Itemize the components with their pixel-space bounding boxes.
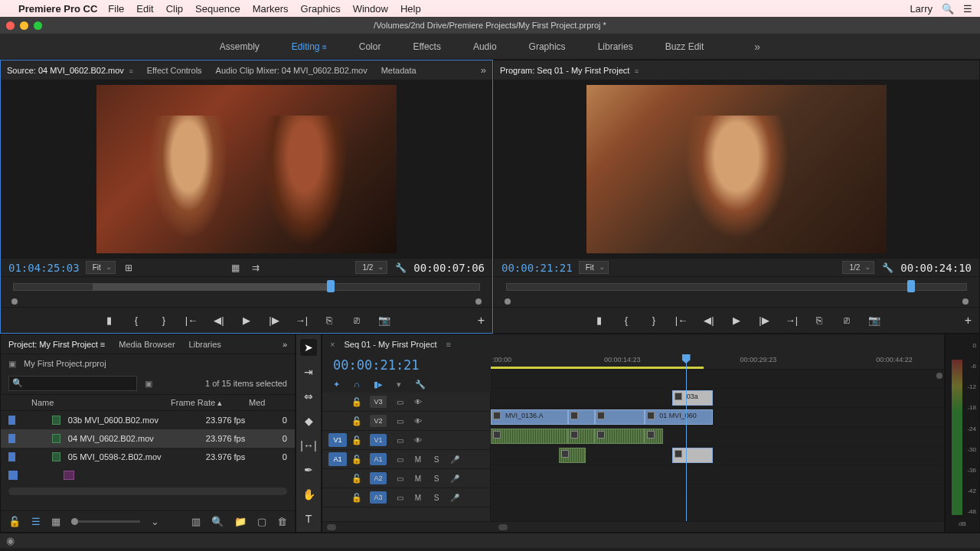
menu-user[interactable]: Larry <box>910 3 933 15</box>
spotlight-search-icon[interactable]: 🔍 <box>942 3 954 15</box>
project-scroll-h[interactable] <box>8 487 287 495</box>
timeline-audio-clip[interactable] <box>491 429 568 444</box>
toggle-output-icon[interactable]: ▭ <box>394 398 405 406</box>
solo-icon[interactable]: S <box>431 455 442 464</box>
timeline-audio-clip[interactable] <box>568 429 596 444</box>
selection-tool-icon[interactable]: ➤ <box>300 339 317 356</box>
new-item-icon[interactable]: ▢ <box>257 516 266 527</box>
play-icon[interactable]: ▶ <box>730 315 743 326</box>
track-header-a2[interactable]: 🔓 A2 ▭ M S 🎤 <box>322 469 490 488</box>
timeline-playhead[interactable] <box>686 354 687 521</box>
timeline-settings-icon[interactable]: ▾ <box>397 380 401 390</box>
automate-icon[interactable]: ▥ <box>191 516 201 527</box>
program-resolution-dropdown[interactable]: 1/2 <box>842 261 874 274</box>
voice-record-icon[interactable]: 🎤 <box>449 474 460 483</box>
menu-sequence[interactable]: Sequence <box>195 3 240 15</box>
project-item-row[interactable]: 05 MVI_0598-2.B02.mov 23.976 fps 0 <box>1 448 295 466</box>
add-marker-icon[interactable]: ▮▸ <box>374 380 383 390</box>
workspace-libraries[interactable]: Libraries <box>598 41 633 52</box>
project-item-row[interactable]: 04 MVI_0602.B02.mov 23.976 fps 0 <box>1 429 295 448</box>
go-to-in-icon[interactable]: |← <box>185 315 198 326</box>
track-a1[interactable] <box>491 427 944 446</box>
step-fwd-icon[interactable]: |▶ <box>267 315 281 326</box>
wrench-icon[interactable]: 🔧 <box>415 380 426 390</box>
toggle-output-icon[interactable]: ▭ <box>394 455 405 464</box>
track-label[interactable]: A1 <box>370 453 387 465</box>
mute-icon[interactable]: M <box>413 474 423 483</box>
linked-selection-icon[interactable]: ∩ <box>354 380 360 389</box>
program-timecode-current[interactable]: 00:00:21:21 <box>501 262 573 274</box>
source-settings-b-icon[interactable]: ⇉ <box>249 262 263 273</box>
slip-tool-icon[interactable]: |↔| <box>300 437 317 454</box>
new-bin-icon[interactable]: 📁 <box>234 516 247 527</box>
panel-menu-icon[interactable]: ≡ <box>446 340 450 349</box>
program-playhead[interactable] <box>907 280 915 292</box>
menu-markers[interactable]: Markers <box>253 3 289 15</box>
mark-clip-icon[interactable]: } <box>157 315 171 326</box>
track-v3[interactable] <box>491 370 944 389</box>
label-color-swatch[interactable] <box>8 452 15 461</box>
program-zoom-dropdown[interactable]: Fit <box>579 261 609 274</box>
program-scrub-bar[interactable] <box>494 296 979 307</box>
timeline-audio-clip[interactable] <box>559 448 586 463</box>
source-settings-a-icon[interactable]: ▦ <box>229 262 243 273</box>
sort-icon[interactable]: ⌄ <box>151 516 159 527</box>
go-to-out-icon[interactable]: →| <box>295 315 309 326</box>
mute-icon[interactable]: M <box>413 494 423 502</box>
toggle-eye-icon[interactable]: 👁 <box>413 436 423 445</box>
workspace-graphics[interactable]: Graphics <box>529 41 566 52</box>
lock-icon[interactable]: 🔓 <box>351 493 362 503</box>
timeline-zoom-scroll[interactable] <box>322 521 944 532</box>
workspace-menu-icon[interactable]: ≡ <box>322 43 327 51</box>
step-fwd-icon[interactable]: |▶ <box>757 315 771 326</box>
creative-cloud-icon[interactable]: ◉ <box>6 535 15 546</box>
program-wrench-icon[interactable]: 🔧 <box>880 262 894 273</box>
workspace-overflow-icon[interactable]: » <box>754 41 760 53</box>
button-editor-add-icon[interactable]: + <box>965 314 972 328</box>
track-select-tool-icon[interactable]: ⇥ <box>300 364 317 380</box>
solo-icon[interactable]: S <box>431 494 442 502</box>
go-to-out-icon[interactable]: →| <box>785 315 799 326</box>
track-a2[interactable] <box>491 446 944 465</box>
solo-icon[interactable]: S <box>431 474 442 483</box>
mark-in-icon[interactable]: ▮ <box>592 315 606 326</box>
menu-clip[interactable]: Clip <box>166 3 183 15</box>
toggle-output-icon[interactable]: ▭ <box>394 436 405 445</box>
workspace-effects[interactable]: Effects <box>413 41 440 52</box>
source-resolution-dropdown[interactable]: 1/2 <box>355 261 387 274</box>
export-frame-icon[interactable]: 📷 <box>867 315 881 326</box>
track-label[interactable]: A2 <box>370 472 387 484</box>
icon-view-icon[interactable]: ▦ <box>51 516 60 527</box>
lift-icon[interactable]: ⎘ <box>812 315 826 326</box>
track-a3[interactable] <box>491 465 944 484</box>
label-color-swatch[interactable] <box>8 434 15 443</box>
column-name[interactable]: Name <box>31 398 162 407</box>
column-media[interactable]: Med <box>249 398 265 407</box>
track-header-a3[interactable]: 🔓 A3 ▭ M S 🎤 <box>322 488 490 507</box>
type-tool-icon[interactable]: T <box>300 510 317 527</box>
workspace-editing[interactable]: Editing ≡ <box>292 41 327 52</box>
source-time-ruler[interactable] <box>1 276 492 296</box>
thumbnail-size-slider[interactable] <box>71 520 140 523</box>
lock-icon[interactable]: 🔓 <box>351 416 362 426</box>
menu-file[interactable]: File <box>108 3 124 15</box>
source-scrub-bar[interactable] <box>1 296 492 307</box>
lock-icon[interactable]: 🔓 <box>351 474 362 484</box>
source-wrench-icon[interactable]: 🔧 <box>394 262 407 273</box>
tab-audio-clip-mixer[interactable]: Audio Clip Mixer: 04 MVI_0602.B02.mov <box>216 66 368 75</box>
menu-help[interactable]: Help <box>400 3 421 15</box>
go-to-in-icon[interactable]: |← <box>675 315 688 326</box>
filter-bin-icon[interactable]: ▣ <box>145 379 152 389</box>
tab-source[interactable]: Source: 04 MVI_0602.B02.mov ≡ <box>7 66 133 75</box>
overwrite-icon[interactable]: ⎚ <box>350 315 364 326</box>
window-minimize-button[interactable] <box>20 21 28 30</box>
timeline-audio-clip[interactable] <box>595 429 645 444</box>
workspace-buzzedit[interactable]: Buzz Edit <box>665 41 704 52</box>
workspace-assembly[interactable]: Assembly <box>220 41 260 52</box>
sequence-name[interactable]: Seq 01 - My First Project <box>344 340 436 349</box>
project-item-row[interactable] <box>1 466 295 484</box>
tab-program[interactable]: Program: Seq 01 - My First Project ≡ <box>500 66 639 75</box>
mark-out-icon[interactable]: { <box>619 315 633 326</box>
track-label[interactable]: V1 <box>370 434 387 446</box>
workspace-color[interactable]: Color <box>359 41 381 52</box>
